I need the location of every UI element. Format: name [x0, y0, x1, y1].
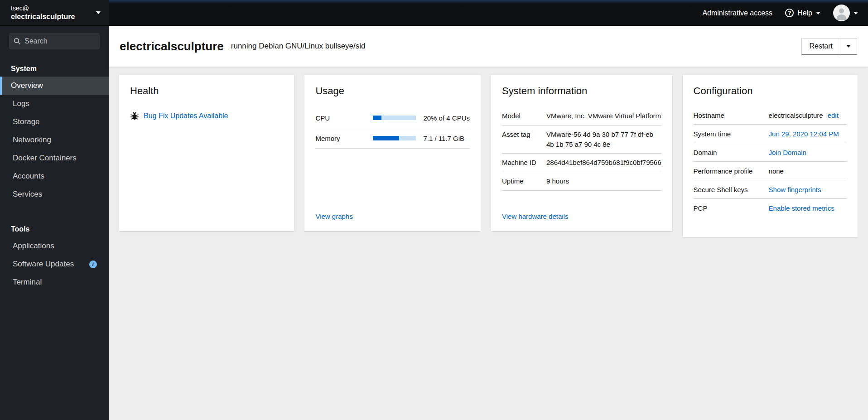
- usage-table: CPU 20% of 4 CPUs Memory 7.1 / 11.7 GiB: [315, 108, 470, 149]
- uptime-label: Uptime: [502, 176, 543, 186]
- host-switcher[interactable]: tsec@ electricalsculpture: [0, 0, 109, 26]
- domain-label: Domain: [694, 149, 765, 156]
- nav-gap: [0, 203, 109, 221]
- asset-tag-label: Asset tag: [502, 130, 543, 140]
- cockpit-app: tsec@ electricalsculpture System Overvie…: [0, 0, 868, 420]
- machine-id-row: Machine ID 2864d41bef864d759b681f9c0bf79…: [502, 154, 661, 172]
- sidebar-item-label: Networking: [13, 135, 51, 145]
- performance-profile-value: none: [769, 167, 784, 175]
- memory-usage-value: 7.1 / 11.7 GiB: [416, 135, 470, 142]
- configuration-card-title: Configuration: [694, 85, 847, 97]
- sidebar-item-software-updates[interactable]: Software Updates i: [0, 255, 109, 273]
- bug-icon: [130, 111, 139, 121]
- join-domain-link[interactable]: Join Domain: [769, 149, 806, 156]
- sidebar-item-accounts[interactable]: Accounts: [0, 167, 109, 185]
- memory-label: Memory: [315, 135, 373, 142]
- help-menu[interactable]: ? Help: [785, 9, 820, 17]
- restart-dropdown-toggle[interactable]: [840, 38, 857, 55]
- page-title: electricalsculpture: [120, 39, 224, 53]
- usage-card-title: Usage: [315, 85, 470, 97]
- machine-id-label: Machine ID: [502, 158, 543, 168]
- search-wrap: [0, 26, 109, 54]
- help-label: Help: [797, 9, 812, 17]
- host-switcher-label: tsec@ electricalsculpture: [11, 4, 92, 21]
- cpu-progress-bar: [373, 116, 416, 120]
- domain-row: Domain Join Domain: [694, 143, 847, 162]
- session-menu[interactable]: [833, 5, 858, 21]
- sidebar-item-storage[interactable]: Storage: [0, 113, 109, 131]
- masthead: Administrative access ? Help: [109, 0, 868, 26]
- pcp-label: PCP: [694, 204, 765, 212]
- configuration-card: Configuration Hostname electricalsculptu…: [683, 75, 858, 237]
- memory-progress-bar: [373, 136, 416, 140]
- pcp-row: PCP Enable stored metrics: [694, 199, 847, 217]
- administrative-access-label: Administrative access: [702, 9, 772, 17]
- sidebar: tsec@ electricalsculpture System Overvie…: [0, 0, 109, 420]
- chevron-down-icon: [854, 12, 858, 14]
- model-value: VMware, Inc. VMware Virtual Platform: [546, 111, 661, 121]
- sidebar-item-label: Storage: [13, 117, 40, 126]
- sidebar-item-label: Software Updates: [13, 260, 74, 269]
- hostname-value: electricalsculpture: [769, 111, 823, 119]
- model-label: Model: [502, 111, 543, 121]
- cpu-usage-row: CPU 20% of 4 CPUs: [315, 108, 470, 128]
- performance-profile-label: Performance profile: [694, 167, 765, 175]
- sidebar-item-networking[interactable]: Networking: [0, 131, 109, 149]
- header-actions: Restart: [801, 38, 857, 55]
- health-updates-row: Bug Fix Updates Available: [130, 111, 283, 121]
- chevron-down-icon: [846, 45, 851, 48]
- asset-tag-value: VMware-56 4d 9a 30 b7 77 7f df-eb 4b 1b …: [546, 130, 661, 150]
- sidebar-item-label: Overview: [11, 81, 43, 90]
- system-time-link[interactable]: Jun 29, 2020 12:04 PM: [769, 130, 839, 138]
- show-fingerprints-link[interactable]: Show fingerprints: [769, 186, 821, 193]
- health-card: Health: [119, 75, 294, 231]
- memory-usage-row: Memory 7.1 / 11.7 GiB: [315, 128, 470, 149]
- sidebar-item-applications[interactable]: Applications: [0, 237, 109, 255]
- page-header: electricalsculpture running Debian GNU/L…: [109, 26, 868, 67]
- sidebar-item-docker-containers[interactable]: Docker Containers: [0, 149, 109, 167]
- administrative-access-button[interactable]: Administrative access: [702, 9, 772, 17]
- user-icon: [833, 5, 850, 21]
- system-time-row: System time Jun 29, 2020 12:04 PM: [694, 125, 847, 143]
- view-hardware-details-link[interactable]: View hardware details: [502, 212, 661, 220]
- view-graphs-link[interactable]: View graphs: [315, 212, 470, 220]
- sidebar-item-services[interactable]: Services: [0, 185, 109, 203]
- sidebar-item-label: Docker Containers: [13, 154, 77, 163]
- bug-fix-updates-link[interactable]: Bug Fix Updates Available: [144, 112, 228, 120]
- sidebar-nav: System Overview Logs Storage Networking …: [0, 54, 109, 420]
- edit-hostname-link[interactable]: edit: [828, 111, 839, 119]
- usage-card: Usage CPU 20% of 4 CPUs Memory: [304, 75, 481, 231]
- sidebar-item-logs[interactable]: Logs: [0, 95, 109, 113]
- performance-profile-row: Performance profile none: [694, 162, 847, 180]
- uptime-row: Uptime 9 hours: [502, 172, 661, 191]
- enable-stored-metrics-link[interactable]: Enable stored metrics: [769, 204, 834, 212]
- system-information-table: Model VMware, Inc. VMware Virtual Platfo…: [502, 107, 661, 191]
- hostname-label: Hostname: [694, 111, 765, 119]
- search-icon: [14, 38, 21, 45]
- sidebar-item-terminal[interactable]: Terminal: [0, 273, 109, 291]
- nav-section-tools: Tools: [0, 221, 109, 237]
- uptime-value: 9 hours: [546, 176, 661, 186]
- host-name: electricalsculpture: [11, 12, 92, 21]
- secure-shell-keys-label: Secure Shell keys: [694, 186, 765, 193]
- cpu-label: CPU: [315, 114, 373, 122]
- memory-progress-fill: [373, 136, 399, 140]
- info-icon: i: [89, 261, 97, 268]
- sidebar-item-label: Accounts: [13, 172, 44, 181]
- sidebar-item-overview[interactable]: Overview: [0, 77, 109, 95]
- os-subtitle: running Debian GNU/Linux bullseye/sid: [231, 42, 366, 51]
- sidebar-item-label: Logs: [13, 99, 29, 108]
- chevron-down-icon: [96, 11, 101, 14]
- health-card-title: Health: [130, 85, 283, 97]
- cpu-usage-value: 20% of 4 CPUs: [416, 114, 470, 122]
- cpu-progress-fill: [373, 116, 381, 120]
- nav-section-system: System: [0, 60, 109, 77]
- sidebar-item-label: Services: [13, 190, 42, 199]
- configuration-table: Hostname electricalsculpture edit System…: [694, 106, 847, 217]
- search-box[interactable]: [9, 33, 100, 49]
- system-information-card-title: System information: [502, 85, 661, 97]
- system-time-label: System time: [694, 130, 765, 138]
- avatar: [833, 5, 850, 21]
- restart-button[interactable]: Restart: [801, 38, 840, 55]
- search-input[interactable]: [24, 37, 95, 45]
